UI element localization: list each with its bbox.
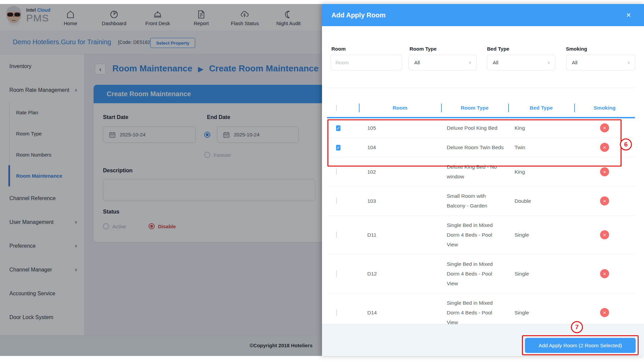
cell-room-type: Small Room with Balcony - Garden bbox=[441, 191, 508, 210]
cell-room: 104 bbox=[359, 142, 441, 152]
add-apply-room-modal: Add Apply Room × Room Room Type All ∨ Be… bbox=[322, 4, 644, 356]
filter-input-box bbox=[330, 55, 402, 70]
filter-label: Smoking bbox=[566, 46, 587, 52]
cell-bed-type: Twin bbox=[508, 142, 574, 152]
row-checkbox[interactable]: ✓ bbox=[336, 125, 340, 131]
page: Intel Cloud PMS Home Dashboard Front Des… bbox=[0, 0, 644, 362]
cell-bed-type: King bbox=[508, 167, 574, 177]
cell-bed-type: Single bbox=[508, 269, 574, 279]
room-table-row[interactable]: D12 Single Bed in Mixed Dorm 4 Beds - Po… bbox=[327, 254, 635, 293]
cell-bed-type: Single bbox=[508, 308, 574, 317]
filter-label: Bed Type bbox=[487, 46, 509, 52]
row-checkbox[interactable] bbox=[336, 309, 337, 316]
chevron-down-icon: ∨ bbox=[547, 60, 555, 65]
cell-bed-type: King bbox=[508, 123, 574, 133]
remove-room-icon[interactable]: × bbox=[600, 123, 609, 132]
chevron-down-icon: ∨ bbox=[468, 60, 476, 65]
close-icon[interactable]: × bbox=[624, 11, 633, 20]
select-all-checkbox[interactable] bbox=[336, 105, 337, 111]
room-table-row[interactable]: D11 Single Bed in Mixed Dorm 4 Beds - Po… bbox=[327, 216, 635, 254]
smoking-filter-select[interactable]: All ∨ bbox=[566, 55, 635, 70]
remove-room-icon[interactable]: × bbox=[600, 143, 609, 152]
filter-label: Room bbox=[331, 46, 346, 52]
divider bbox=[327, 88, 635, 88]
cell-room: D11 bbox=[359, 230, 441, 240]
modal-title: Add Apply Room bbox=[331, 11, 385, 19]
cell-room-type: Deluxe Room Twin Beds bbox=[441, 142, 508, 152]
column-header-room-type[interactable]: Room Type bbox=[441, 105, 508, 111]
cell-room-type: Single Bed in Mixed Dorm 4 Beds - Pool V… bbox=[441, 259, 508, 288]
room-table-row[interactable]: 103 Small Room with Balcony - Garden Dou… bbox=[327, 186, 635, 216]
cell-room: 103 bbox=[359, 196, 441, 206]
room-type-filter-select[interactable]: All ∨ bbox=[409, 55, 477, 70]
cell-room: D14 bbox=[359, 308, 441, 317]
cell-room-type: Single Bed in Mixed Dorm 4 Beds - Pool V… bbox=[441, 298, 508, 327]
column-header-bed-type[interactable]: Bed Type bbox=[508, 105, 574, 111]
remove-room-icon[interactable]: × bbox=[600, 230, 609, 239]
room-table-row[interactable]: ✓ 105 Deluxe Pool King Bed King × bbox=[327, 118, 635, 138]
add-apply-room-button[interactable]: Add Apply Room (2 Room Selected) bbox=[525, 338, 636, 353]
remove-room-icon[interactable]: × bbox=[600, 196, 609, 205]
modal-header: Add Apply Room bbox=[322, 4, 644, 26]
cell-room-type: Deluxe Pool King Bed bbox=[441, 123, 508, 133]
remove-room-icon[interactable]: × bbox=[600, 167, 609, 176]
cell-room: 102 bbox=[359, 167, 441, 177]
row-checkbox[interactable] bbox=[336, 270, 337, 277]
room-table-row[interactable]: 102 Deluxe King Bed - No window King × bbox=[327, 157, 635, 186]
column-header-smoking[interactable]: Smoking bbox=[574, 105, 635, 111]
column-header-room[interactable]: Room bbox=[359, 105, 441, 111]
row-checkbox[interactable] bbox=[336, 197, 337, 204]
cell-room-type: Single Bed in Mixed Dorm 4 Beds - Pool V… bbox=[441, 220, 508, 249]
room-table-row[interactable]: ✓ 104 Deluxe Room Twin Beds Twin × bbox=[327, 138, 635, 157]
row-checkbox[interactable] bbox=[336, 168, 337, 175]
annotation-circle-7: 7 bbox=[571, 321, 583, 333]
chevron-down-icon: ∨ bbox=[627, 60, 635, 65]
filter-label: Room Type bbox=[410, 46, 437, 52]
room-filter-input[interactable] bbox=[331, 60, 402, 65]
room-table-body: ✓ 105 Deluxe Pool King Bed King × ✓ 104 … bbox=[327, 118, 635, 332]
table-header: Room Room Type Bed Type Smoking bbox=[327, 99, 635, 117]
cell-room: 105 bbox=[359, 123, 441, 133]
bed-type-filter-select[interactable]: All ∨ bbox=[487, 55, 555, 70]
cell-bed-type: Single bbox=[508, 230, 574, 240]
row-checkbox[interactable]: ✓ bbox=[336, 145, 340, 150]
annotation-circle-6: 6 bbox=[620, 138, 632, 150]
cell-bed-type: Double bbox=[508, 196, 574, 206]
cell-room: D12 bbox=[359, 269, 441, 279]
cell-room-type: Deluxe King Bed - No window bbox=[441, 162, 508, 181]
remove-room-icon[interactable]: × bbox=[600, 308, 609, 317]
row-checkbox[interactable] bbox=[336, 232, 337, 238]
remove-room-icon[interactable]: × bbox=[600, 269, 609, 278]
